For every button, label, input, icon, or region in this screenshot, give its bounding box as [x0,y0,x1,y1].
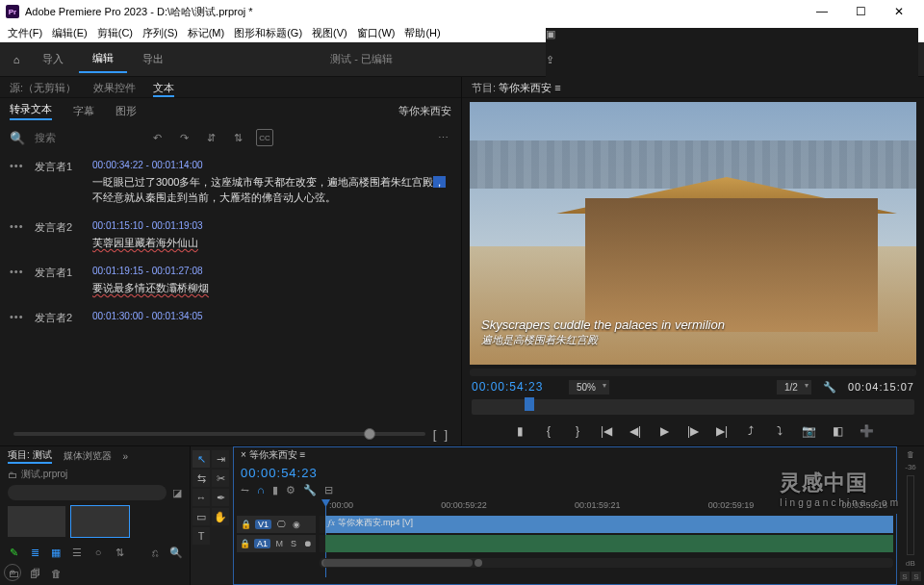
rectangle-tool-icon[interactable]: ▭ [192,508,210,525]
settings-icon[interactable]: ⚙ [286,484,295,496]
menu-edit[interactable]: 编辑(E) [52,26,88,40]
program-viewport[interactable]: Skyscrapers cuddle the palaces in vermil… [470,102,916,365]
slip-tool-icon[interactable]: ↔ [192,489,210,506]
mute-icon[interactable]: M [274,539,285,548]
audio-track[interactable] [320,535,893,552]
cc-icon[interactable]: CC [256,129,273,146]
ripple-tool-icon[interactable]: ⇆ [192,470,210,487]
workspace-tab-import[interactable]: 导入 [29,46,77,72]
timeline-zoom-scroll[interactable] [320,558,893,568]
compare-icon[interactable]: ◧ [828,421,847,441]
link-icon[interactable]: ∩ [257,484,265,496]
menu-sequence[interactable]: 序列(S) [142,26,178,40]
lock-icon[interactable]: 🔒 [240,539,250,548]
menu-view[interactable]: 视图(V) [312,26,347,40]
row-text[interactable]: 要说最多情还数灞桥柳烟 [92,280,451,295]
marker-icon[interactable]: ▮ [272,484,278,496]
track-header-a1[interactable]: 🔒A1MS⏺ [237,535,316,552]
voice-icon[interactable]: ⏺ [302,539,313,548]
search-input[interactable] [35,132,112,143]
track-header-v1[interactable]: 🔒V1🖵◉ [237,516,316,533]
pen-tool-icon[interactable]: ✒ [212,489,229,506]
home-icon[interactable]: ⌂ [6,49,27,70]
eye-icon[interactable]: ◉ [291,520,302,529]
row-text[interactable]: 芙蓉园里藏着海外仙山 [92,235,451,250]
caption-track-icon[interactable]: ⊟ [324,484,333,496]
zoom-slider-icon[interactable]: ○ [90,545,106,560]
project-item[interactable] [8,506,65,537]
project-item[interactable] [71,506,129,537]
icon-view-icon[interactable]: ▦ [48,545,64,560]
toggle-output-icon[interactable]: 🖵 [275,520,287,529]
panel-tab-source[interactable]: 源:（无剪辑） [10,81,76,97]
panel-tab-text[interactable]: 文本 [153,81,174,97]
add-marker-icon[interactable]: ▮ [510,421,529,441]
share-icon[interactable]: ⇪ [546,54,911,66]
pen-icon[interactable]: ✎ [6,545,21,560]
zoom-handle-right[interactable] [475,559,482,567]
razor-tool-icon[interactable]: ✂ [212,470,229,487]
quick-export-icon[interactable]: ▣ [546,28,911,40]
solo-icon[interactable]: S [289,539,299,548]
transcript-row[interactable]: ••• 发言者2 00:01:15:10 - 00:01:19:03 芙蓉园里藏… [10,213,451,258]
program-timebar[interactable] [472,399,914,415]
filter-icon[interactable]: ◪ [172,487,182,499]
subtab-captions[interactable]: 字幕 [73,104,94,118]
sort-icon[interactable]: ⇅ [112,545,127,560]
subtab-transcript[interactable]: 转录文本 [10,102,52,120]
zoom-slider[interactable] [13,432,425,436]
undo-icon[interactable]: ↶ [148,129,166,146]
auto-match-icon[interactable]: ⎌ [147,545,163,560]
mark-out-icon[interactable]: } [568,421,587,441]
overflow-icon[interactable]: » [123,451,129,462]
wrench-icon[interactable]: 🔧 [303,484,317,496]
menu-file[interactable]: 文件(F) [8,26,42,40]
freeform-view-icon[interactable]: ☰ [69,545,85,560]
find-icon[interactable]: 🔍 [168,545,184,560]
lift-icon[interactable]: ⤴ [741,421,760,441]
bracket-out-icon[interactable]: ] [444,427,448,442]
menu-help[interactable]: 帮助(H) [404,26,440,40]
program-scrollbar[interactable] [470,369,916,376]
mark-in-icon[interactable]: { [539,421,558,441]
more-icon[interactable]: ⋯ [434,129,451,146]
trash-icon[interactable]: 🗑 [48,566,64,581]
play-icon[interactable]: ▶ [654,421,674,441]
menu-window[interactable]: 窗口(W) [357,26,396,40]
solo-right-icon[interactable]: S [911,572,921,581]
trash-mini-icon[interactable]: 🗑 [907,450,914,459]
subtab-graphics[interactable]: 图形 [116,104,137,118]
button-editor-icon[interactable]: ➕ [857,421,876,441]
video-clip[interactable]: 𝑓𝑥 等你来西安.mp4 [V] [325,516,893,533]
split-icon[interactable]: ⇵ [202,129,219,146]
step-back-icon[interactable]: ◀| [626,421,645,441]
redo-icon[interactable]: ↷ [175,129,192,146]
timeline-timecode[interactable]: 00:00:54:23 [233,464,897,482]
track-select-tool-icon[interactable]: ⇥ [212,450,229,468]
transcript-row[interactable]: ••• 发言者1 00:00:34:22 - 00:01:14:00 一眨眼已过… [10,152,451,213]
row-menu-icon[interactable]: ••• [10,311,35,325]
panel-tab-effect-controls[interactable]: 效果控件 [93,81,136,97]
media-browser-tab[interactable]: 媒体浏览器 [64,449,112,463]
audio-clip[interactable] [325,535,893,552]
menu-clip[interactable]: 剪辑(C) [97,26,133,40]
row-text[interactable]: 一眨眼已过了3000多年，这座城市每天都在改变，遍地高楼围着朱红宫殿，不经意就从… [92,174,451,205]
row-menu-icon[interactable]: ••• [10,160,35,205]
search-icon[interactable]: 🔍 [10,131,25,145]
minimize-button[interactable]: — [803,0,841,23]
sequence-tab[interactable]: × 等你来西安 ≡ [233,446,897,464]
project-search[interactable] [8,485,167,500]
menu-graphics[interactable]: 图形和标题(G) [234,26,302,40]
go-in-icon[interactable]: |◀ [597,421,616,441]
list-view-icon[interactable]: ≣ [27,545,42,560]
program-playhead[interactable] [525,397,534,411]
resolution-dropdown[interactable]: 1/2 [777,380,811,394]
close-button[interactable]: ✕ [880,0,918,23]
transcript-row[interactable]: ••• 发言者1 00:01:19:15 - 00:01:27:08 要说最多情… [10,258,451,303]
solo-left-icon[interactable]: S [900,572,910,581]
export-frame-icon[interactable]: 📷 [799,421,818,441]
transcript-row[interactable]: ••• 发言者2 00:01:30:00 - 00:01:34:05 [10,303,451,333]
bracket-in-icon[interactable]: [ [433,427,437,442]
program-timecode[interactable]: 00:00:54:23 [472,380,563,394]
workspace-tab-export[interactable]: 导出 [129,46,177,72]
